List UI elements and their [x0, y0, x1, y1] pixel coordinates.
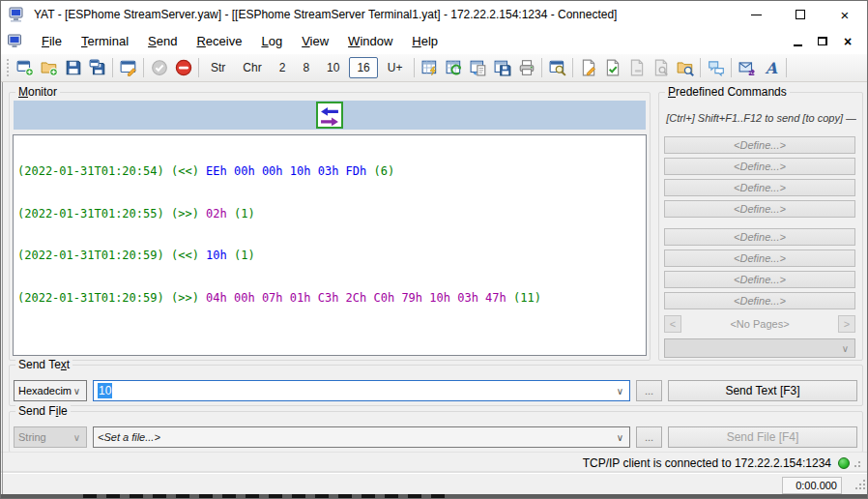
menu-file[interactable]: File	[32, 30, 72, 52]
radix-bin-button[interactable]: 2	[272, 57, 294, 78]
new-terminal-icon[interactable]	[13, 56, 37, 79]
mdi-close-button[interactable]: ×	[836, 32, 859, 51]
main-status-bar: 0:00.000	[1, 473, 867, 496]
page-select-dropdown[interactable]: ∨	[664, 338, 855, 358]
find-icon[interactable]	[545, 56, 569, 79]
radix-string-button[interactable]: Str	[203, 57, 233, 78]
prev-page-button[interactable]: <	[664, 315, 681, 333]
yat-window: YAT - [ESPhome StreamServer.yaw] - [[ESP…	[0, 0, 868, 499]
mdi-left-edge	[2, 82, 3, 496]
connection-led-icon	[838, 457, 850, 469]
monitor-line: (2022-01-31T01:20:59) (<<) 10h (1)	[17, 249, 642, 263]
radix-dec-button[interactable]: 10	[319, 57, 347, 78]
log-folder-icon[interactable]	[673, 56, 697, 79]
menu-view[interactable]: View	[292, 30, 338, 52]
monitor-group: Monitor (2022-01-31T01:20:54) (<<) EEh 0…	[9, 92, 651, 361]
svg-text:A: A	[765, 59, 778, 76]
monitor-line: (2022-01-31T01:20:59) (>>) 04h 00h 07h 0…	[17, 291, 642, 306]
send-file-format-dropdown: String ∨	[14, 426, 87, 448]
predefined-command-5[interactable]: <Define...>	[664, 228, 855, 246]
predefined-group-label: Predefined Commands	[665, 85, 790, 99]
refresh-monitor-icon[interactable]	[442, 56, 466, 79]
client-area: Monitor (2022-01-31T01:20:54) (<<) EEh 0…	[1, 82, 867, 452]
menu-window[interactable]: Window	[338, 30, 402, 52]
terminal-doc-icon	[7, 34, 24, 49]
send-text-group: Send Text Hexadecim ∨ 10 ∨ ... Send Text…	[9, 365, 863, 406]
send-text-browse-button[interactable]: ...	[636, 380, 662, 401]
predefined-command-8[interactable]: <Define...>	[664, 292, 855, 309]
connect-time-display: 0:00.000	[782, 477, 842, 494]
log-view-icon	[649, 56, 673, 79]
terminal-status-bar: TCP/IP client is connected to 172.22.2.1…	[1, 452, 867, 473]
predefined-hint: [Ctrl+] Shift+F1..F12 to send [to copy] …	[665, 112, 856, 124]
predefined-command-6[interactable]: <Define...>	[664, 250, 855, 267]
close-button[interactable]: ×	[823, 1, 867, 28]
connection-status-text: TCP/IP client is connected to 172.22.2.1…	[583, 456, 831, 470]
copy-monitor-icon[interactable]	[466, 56, 490, 79]
monitor-line: (2022-01-31T01:20:55) (>>) 02h (1)	[17, 207, 642, 221]
next-page-button[interactable]: >	[838, 315, 855, 333]
toolbar-grip[interactable]	[6, 59, 10, 76]
send-text-button[interactable]: Send Text [F3]	[668, 380, 857, 401]
save-monitor-icon[interactable]	[490, 56, 514, 79]
chevron-down-icon: ∨	[617, 386, 629, 396]
send-file-group: Send File String ∨ <Set a file...> ∨ ...…	[9, 411, 863, 453]
menu-bar: File Terminal Send Receive Log View Wind…	[1, 28, 867, 54]
minimize-button[interactable]	[734, 1, 778, 28]
format-icon[interactable]: A	[759, 56, 783, 79]
predefined-command-2[interactable]: <Define...>	[664, 158, 855, 175]
bottom-cutoff-strip	[1, 494, 867, 498]
window-title: YAT - [ESPhome StreamServer.yaw] - [[ESP…	[34, 8, 617, 21]
radix-char-button[interactable]: Chr	[235, 57, 269, 78]
send-file-path-input[interactable]: <Set a file...> ∨	[93, 426, 630, 448]
chevron-down-icon: ∨	[842, 343, 854, 354]
radix-hex-button[interactable]: 16	[349, 57, 377, 78]
menu-log[interactable]: Log	[251, 30, 292, 52]
log-off-icon[interactable]	[600, 56, 624, 79]
toolbar: Str Chr 2 8 10 16 U+	[1, 54, 867, 82]
auto-response-icon[interactable]	[735, 56, 759, 79]
start-terminal-icon	[147, 56, 171, 79]
menu-receive[interactable]: Receive	[187, 30, 251, 52]
monitor-line: (2022-01-31T01:20:54) (<<) EEh 00h 00h 1…	[17, 164, 642, 179]
predefined-command-4[interactable]: <Define...>	[664, 200, 855, 218]
menu-send[interactable]: Send	[138, 30, 187, 52]
mdi-minimize-button[interactable]	[786, 32, 809, 51]
predefined-command-3[interactable]: <Define...>	[664, 179, 855, 196]
bidir-arrows-icon	[316, 102, 343, 129]
terminal-settings-icon[interactable]	[116, 56, 140, 79]
log-on-icon[interactable]	[576, 56, 600, 79]
predefined-command-1[interactable]: <Define...>	[664, 136, 855, 154]
stop-terminal-icon[interactable]	[171, 56, 195, 79]
mdi-restore-button[interactable]	[811, 32, 834, 51]
send-file-browse-button[interactable]: ...	[636, 426, 662, 448]
print-monitor-icon[interactable]	[514, 56, 538, 79]
maximize-button[interactable]	[778, 1, 823, 28]
send-file-group-label: Send File	[15, 404, 71, 418]
send-text-input[interactable]: 10 ∨	[93, 380, 630, 401]
send-file-button: Send File [F4]	[668, 426, 857, 448]
predefined-pages-row: < <No Pages> >	[664, 315, 855, 333]
app-icon	[9, 7, 25, 22]
save-workspace-icon[interactable]	[61, 56, 85, 79]
title-bar: YAT - [ESPhome StreamServer.yaw] - [[ESP…	[1, 1, 867, 28]
monitor-log[interactable]: (2022-01-31T01:20:54) (<<) EEh 00h 00h 1…	[13, 134, 647, 356]
send-text-format-dropdown[interactable]: Hexadecim ∨	[14, 380, 87, 401]
radix-unicode-button[interactable]: U+	[380, 57, 411, 78]
pages-label: <No Pages>	[681, 318, 838, 330]
predefined-command-7[interactable]: <Define...>	[664, 271, 855, 288]
menu-help[interactable]: Help	[402, 30, 448, 52]
radix-oct-button[interactable]: 8	[295, 57, 317, 78]
resize-grip[interactable]	[854, 478, 865, 489]
monitor-header-bar	[14, 101, 646, 130]
auto-action-icon[interactable]	[704, 56, 728, 79]
chevron-down-icon: ∨	[73, 386, 86, 396]
chevron-down-icon: ∨	[73, 432, 86, 443]
open-workspace-icon[interactable]	[37, 56, 61, 79]
clear-monitor-icon[interactable]	[418, 56, 442, 79]
statusbar-grip-icon	[854, 458, 861, 468]
menu-terminal[interactable]: Terminal	[72, 30, 138, 52]
radix-selector: Str Chr 2 8 10 16 U+	[202, 57, 411, 78]
predefined-commands-group: Predefined Commands [Ctrl+] Shift+F1..F1…	[658, 92, 863, 361]
save-all-icon[interactable]	[85, 56, 109, 79]
